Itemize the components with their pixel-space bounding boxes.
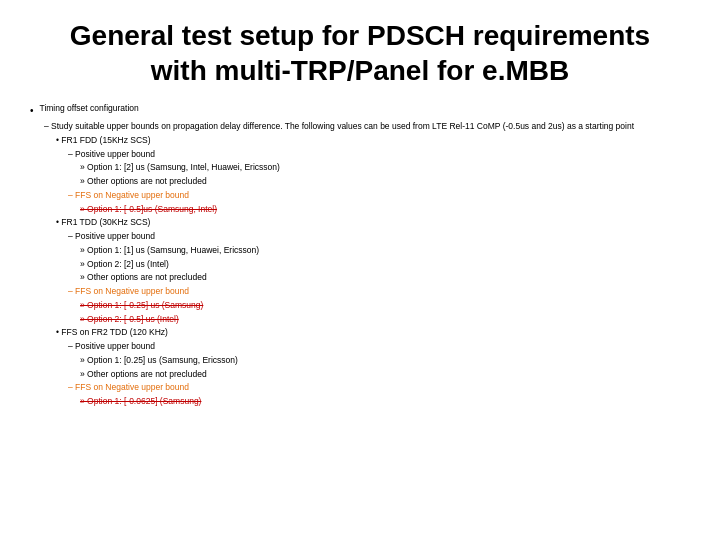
fr2-tdd-opt1: Option 1: [0.25] us (Samsung, Ericsson) [30,354,690,367]
fr1-fdd-positive: Positive upper bound [30,148,690,161]
fr1-tdd-strike2: Option 2: [-0.5] us (Intel) [30,313,690,326]
fr1-tdd-strike1: Option 1: [-0.25] us (Samsung) [30,299,690,312]
fr2-tdd-ffs-neg: FFS on Negative upper bound [30,381,690,394]
fr2-tdd-positive: Positive upper bound [30,340,690,353]
fr1-tdd-positive: Positive upper bound [30,230,690,243]
fr2-tdd-strike: Option 1: [-0.0625] (Samsung) [30,395,690,408]
page-title: General test setup for PDSCH requirement… [30,18,690,88]
main-bullet: • Timing offset configuration [30,102,690,118]
content-area: • Timing offset configuration Study suit… [30,102,690,408]
fr1-tdd-opt3: Other options are not precluded [30,271,690,284]
fr2-tdd-label: FFS on FR2 TDD (120 KHz) [30,326,690,339]
fr1-fdd-strike: Option 1: [-0.5]us (Samsung, Intel) [30,203,690,216]
fr1-fdd-label: FR1 FDD (15KHz SCS) [30,134,690,147]
bullet-dot: • [30,103,34,118]
study-line: Study suitable upper bounds on propagati… [30,120,690,133]
fr1-fdd-ffs-neg: FFS on Negative upper bound [30,189,690,202]
fr1-fdd-opt1: Option 1: [2] us (Samsung, Intel, Huawei… [30,161,690,174]
fr1-tdd-ffs-neg: FFS on Negative upper bound [30,285,690,298]
fr1-tdd-opt1: Option 1: [1] us (Samsung, Huawei, Erics… [30,244,690,257]
fr1-tdd-opt2: Option 2: [2] us (Intel) [30,258,690,271]
fr2-tdd-opt2: Other options are not precluded [30,368,690,381]
fr1-fdd-opt2: Other options are not precluded [30,175,690,188]
fr1-tdd-label: FR1 TDD (30KHz SCS) [30,216,690,229]
